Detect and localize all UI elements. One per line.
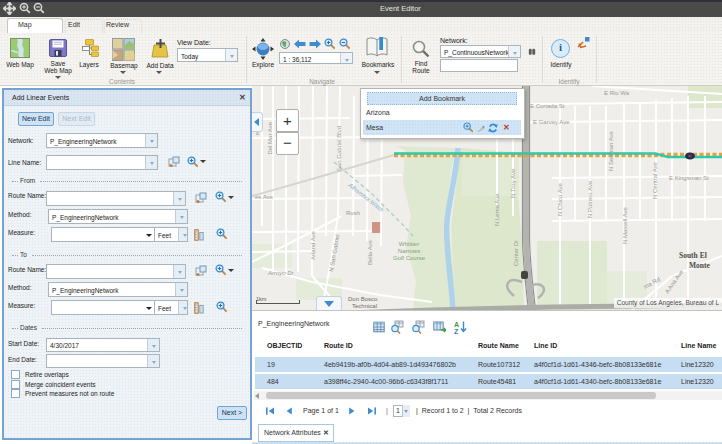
svg-text:E Rio Wa: E Rio Wa xyxy=(604,90,630,96)
svg-text:es Ave: es Ave xyxy=(255,194,274,200)
svg-text:E Kingsman St: E Kingsman St xyxy=(669,175,709,181)
svg-text:Monte: Monte xyxy=(689,261,710,270)
svg-text:N Potrero Ave: N Potrero Ave xyxy=(587,180,593,218)
svg-text:N Chico Ave: N Chico Ave xyxy=(557,182,563,216)
svg-text:Center Dr: Center Dr xyxy=(513,240,519,266)
svg-text:Arland Ave: Arland Ave xyxy=(310,230,316,260)
svg-text:Rush: Rush xyxy=(346,210,360,216)
svg-text:N Central Ave: N Central Ave xyxy=(652,161,658,199)
svg-text:Golf Course: Golf Course xyxy=(393,255,426,261)
svg-text:N Troy Ave: N Troy Ave xyxy=(510,168,516,198)
svg-text:E Garvey Ave: E Garvey Ave xyxy=(533,119,570,125)
svg-text:A: A xyxy=(454,321,459,328)
svg-text:Narrows: Narrows xyxy=(398,248,420,254)
svg-text:Del Mar Ave: Del Mar Ave xyxy=(267,121,273,154)
svg-text:N San Gabriel: N San Gabriel xyxy=(328,234,340,272)
svg-text:N Seaman Ave: N Seaman Ave xyxy=(608,130,614,171)
svg-text:South El: South El xyxy=(679,251,707,260)
svg-text:Technical: Technical xyxy=(352,303,377,309)
svg-text:Don Bosco: Don Bosco xyxy=(348,296,378,302)
svg-text:San Gabriel Blvd: San Gabriel Blvd xyxy=(336,126,342,171)
svg-text:N Marcell Ave: N Marcell Ave xyxy=(622,206,628,244)
svg-text:Arroyo Dr: Arroyo Dr xyxy=(267,270,295,276)
svg-text:Whittier: Whittier xyxy=(399,241,419,247)
svg-text:Z: Z xyxy=(454,328,459,335)
svg-text:Bella Ave: Bella Ave xyxy=(367,239,373,265)
svg-text:E Cortada St: E Cortada St xyxy=(530,103,565,109)
svg-text:N Lema Ave: N Lema Ave xyxy=(494,193,500,226)
